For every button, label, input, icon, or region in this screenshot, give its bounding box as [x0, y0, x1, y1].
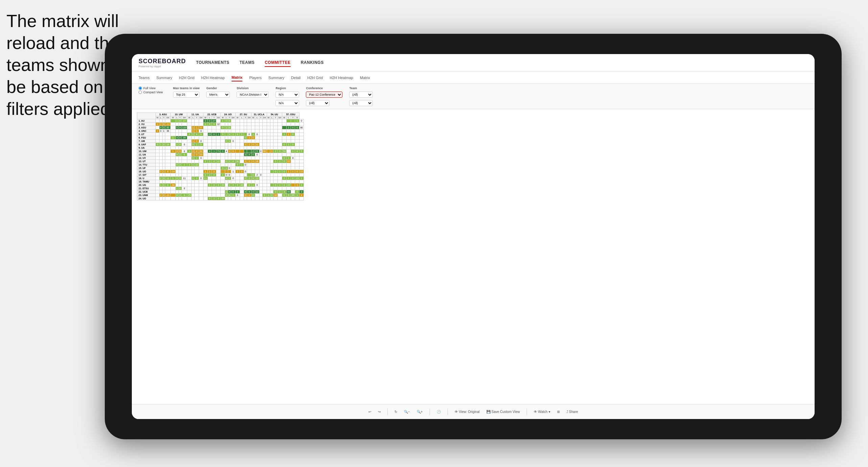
- max-teams-select[interactable]: Top 25: [173, 92, 200, 98]
- nav-item-tournaments[interactable]: TOURNAMENTS: [196, 59, 230, 67]
- matrix-cell: 0: [212, 133, 216, 136]
- matrix-cell: [187, 187, 192, 190]
- matrix-cell: [208, 146, 212, 150]
- team-select-2[interactable]: (All): [349, 100, 373, 106]
- matrix-cell: [192, 123, 195, 126]
- sh-asu-w: W: [156, 116, 160, 119]
- matrix-cell: [240, 126, 244, 129]
- matrix-cell: [231, 187, 235, 190]
- gender-select[interactable]: Men's: [206, 92, 230, 98]
- matrix-cell: [159, 119, 162, 123]
- matrix-cell: [199, 197, 203, 200]
- matrix-cell: 0: [194, 153, 199, 156]
- matrix-cell: [231, 119, 235, 123]
- matrix-cell: [187, 146, 192, 150]
- sub-nav-h2h-heatmap1[interactable]: H2H Heatmap: [201, 74, 225, 81]
- toolbar-save-custom[interactable]: 💾 Save Custom View: [486, 410, 520, 414]
- sub-nav-matrix2[interactable]: Matrix: [360, 74, 370, 81]
- nav-item-teams[interactable]: TEAMS: [240, 59, 255, 67]
- matrix-cell: [262, 119, 267, 123]
- matrix-cell: 2: [212, 197, 216, 200]
- matrix-cell: [225, 133, 228, 136]
- matrix-cell: 10: [286, 160, 291, 163]
- matrix-cell: 66: [262, 150, 267, 153]
- matrix-cell: 0: [291, 156, 295, 160]
- matrix-cell: [156, 156, 160, 160]
- matrix-cell: [208, 153, 212, 156]
- sub-nav-summary1[interactable]: Summary: [156, 74, 172, 81]
- matrix-cell: 1: [175, 187, 178, 190]
- sub-nav-h2h-grid2[interactable]: H2H Grid: [307, 74, 323, 81]
- conference-select[interactable]: Pac-12 Conference: [306, 92, 342, 98]
- matrix-cell: [273, 119, 278, 123]
- matrix-cell: [162, 180, 165, 183]
- team-select[interactable]: (All): [349, 92, 373, 98]
- matrix-cell: 4: [244, 190, 247, 194]
- matrix-cell: 0: [199, 156, 203, 160]
- toolbar-zoom-in[interactable]: 🔍+: [417, 410, 423, 414]
- matrix-cell: [240, 150, 244, 153]
- matrix-cell: [225, 197, 228, 200]
- division-select[interactable]: NCAA Division I: [237, 92, 269, 98]
- toolbar-zoom-out[interactable]: 🔍−: [404, 410, 410, 414]
- matrix-cell: 3: [192, 150, 195, 153]
- full-view-radio[interactable]: Full View: [139, 87, 163, 90]
- toolbar-refresh[interactable]: ↻: [394, 410, 397, 414]
- matrix-cell: [244, 156, 247, 160]
- region-select-2[interactable]: N/A: [275, 100, 299, 106]
- toolbar-grid[interactable]: ⊞: [557, 410, 560, 414]
- matrix-row-label: 22. UCB: [137, 190, 156, 194]
- matrix-cell: [194, 160, 199, 163]
- matrix-cell: [270, 167, 273, 170]
- compact-view-radio[interactable]: Compact View: [139, 91, 163, 94]
- nav-item-rankings[interactable]: RANKINGS: [301, 59, 324, 67]
- matrix-cell: [225, 146, 228, 150]
- matrix-cell: [240, 177, 244, 180]
- nav-item-committee[interactable]: COMMITTEE: [265, 59, 291, 67]
- toolbar-redo[interactable]: ↪: [378, 410, 381, 414]
- toolbar-undo[interactable]: ↩: [368, 410, 371, 414]
- sub-nav-h2h-grid1[interactable]: H2H Grid: [179, 74, 194, 81]
- matrix-cell: 1: [282, 133, 286, 136]
- matrix-cell: 2: [273, 150, 278, 153]
- matrix-cell: 0: [221, 150, 225, 153]
- matrix-cell: [159, 163, 162, 167]
- sub-nav-matrix1[interactable]: Matrix: [232, 74, 242, 81]
- sub-nav-h2h-heatmap2[interactable]: H2H Heatmap: [330, 74, 353, 81]
- matrix-cell: [187, 167, 192, 170]
- region-select[interactable]: N/A: [275, 92, 299, 98]
- sub-nav-summary2[interactable]: Summary: [268, 74, 284, 81]
- sh-ucla-w: W: [251, 116, 255, 119]
- matrix-cell: [286, 163, 291, 167]
- matrix-cell: 1: [194, 156, 199, 160]
- matrix-cell: 1: [247, 194, 251, 197]
- matrix-cell: [192, 146, 195, 150]
- matrix-content[interactable]: 3. ASU 10. UW 11. UA 22. UCB 24. UO 27. …: [132, 109, 815, 404]
- matrix-cell: 0: [235, 183, 240, 187]
- toolbar-watch[interactable]: 👁 Watch ▾: [534, 410, 550, 414]
- sub-nav-players[interactable]: Players: [249, 74, 262, 81]
- toolbar-view-original[interactable]: 👁 View: Original: [455, 410, 480, 414]
- matrix-cell: [178, 129, 182, 133]
- matrix-cell: 35: [291, 194, 295, 197]
- region-filter: Region N/A N/A: [275, 87, 299, 106]
- matrix-cell: [203, 156, 208, 160]
- matrix-cell: [251, 129, 255, 133]
- conference-select-2[interactable]: (All): [306, 100, 330, 106]
- matrix-cell: 0: [244, 177, 247, 180]
- matrix-cell: [244, 180, 247, 183]
- sub-nav-detail[interactable]: Detail: [291, 74, 300, 81]
- matrix-cell: [159, 187, 162, 190]
- matrix-cell: [291, 190, 295, 194]
- matrix-cell: [212, 129, 216, 133]
- matrix-cell: 0: [212, 183, 216, 187]
- toolbar-clock[interactable]: 🕐: [437, 410, 441, 414]
- matrix-cell: [286, 173, 291, 177]
- toolbar-share[interactable]: ⤴ Share: [566, 410, 578, 414]
- matrix-cell: [159, 146, 162, 150]
- matrix-cell: [182, 167, 187, 170]
- sh-ucb-w: W: [203, 116, 208, 119]
- sh-uu-t: T: [273, 116, 278, 119]
- matrix-cell: [244, 133, 247, 136]
- sub-nav-teams[interactable]: Teams: [139, 74, 149, 81]
